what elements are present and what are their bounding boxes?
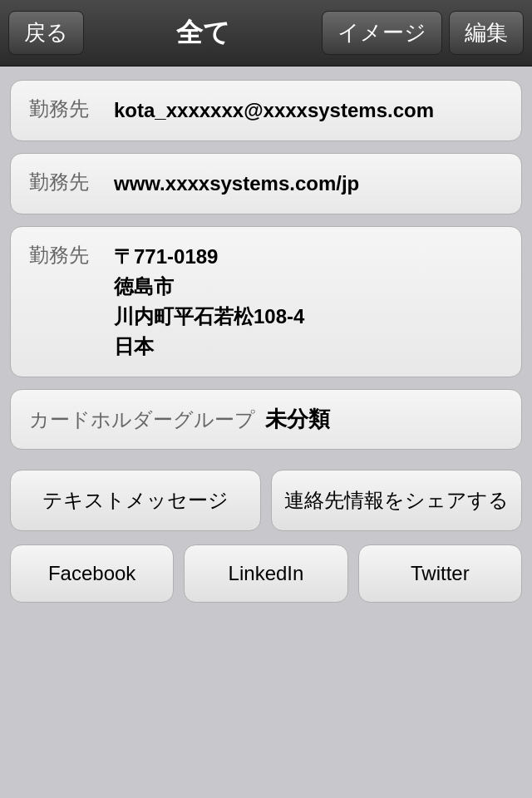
address-value: 〒771-0189 徳島市 川内町平石若松108-4 日本 [114,242,304,362]
email-label: 勤務先 [29,96,104,122]
website-label: 勤務先 [29,169,104,195]
email-card: 勤務先 kota_xxxxxxx@xxxxsystems.com [10,80,522,141]
facebook-button[interactable]: Facebook [10,544,174,603]
website-value: www.xxxxsystems.com/jp [114,169,359,199]
share-contact-button[interactable]: 連絡先情報をシェアする [271,470,522,531]
action-buttons-row: テキストメッセージ 連絡先情報をシェアする [10,470,522,531]
website-card: 勤務先 www.xxxxsystems.com/jp [10,153,522,214]
address-card: 勤務先 〒771-0189 徳島市 川内町平石若松108-4 日本 [10,226,522,377]
main-content: 勤務先 kota_xxxxxxx@xxxxsystems.com 勤務先 www… [0,66,532,616]
twitter-button[interactable]: Twitter [358,544,522,603]
nav-right-buttons: イメージ 編集 [322,11,524,55]
email-value: kota_xxxxxxx@xxxxsystems.com [114,96,434,126]
back-button[interactable]: 戻る [8,11,84,55]
social-buttons-row: Facebook LinkedIn Twitter [10,544,522,603]
edit-button[interactable]: 編集 [449,11,524,55]
group-card: カードホルダーグループ 未分類 [10,389,522,450]
address-label: 勤務先 [29,242,104,268]
image-button[interactable]: イメージ [322,11,442,55]
group-label: カードホルダーグループ [29,406,255,433]
text-message-button[interactable]: テキストメッセージ [10,470,261,531]
nav-title: 全て [84,15,322,52]
linkedin-button[interactable]: LinkedIn [184,544,347,603]
nav-bar: 戻る 全て イメージ 編集 [0,0,532,66]
group-value: 未分類 [265,405,330,434]
